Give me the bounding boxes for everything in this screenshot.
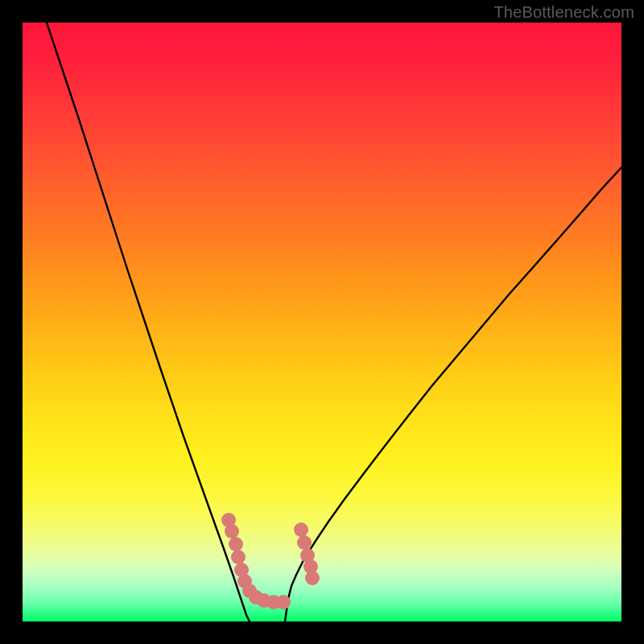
marker-dot <box>229 537 243 551</box>
outer-black-frame: TheBottleneck.com <box>0 0 644 644</box>
plot-area <box>23 23 621 621</box>
marker-dot <box>294 522 308 537</box>
marker-dot <box>297 535 312 550</box>
marker-dot <box>231 550 246 564</box>
chart-overlay <box>23 23 621 621</box>
curve-right <box>285 167 621 621</box>
marker-dot <box>276 595 291 609</box>
curve-left <box>47 23 250 621</box>
watermark-text: TheBottleneck.com <box>493 3 634 22</box>
data-markers <box>221 513 320 609</box>
marker-dot <box>225 524 239 539</box>
marker-dot <box>305 571 320 585</box>
